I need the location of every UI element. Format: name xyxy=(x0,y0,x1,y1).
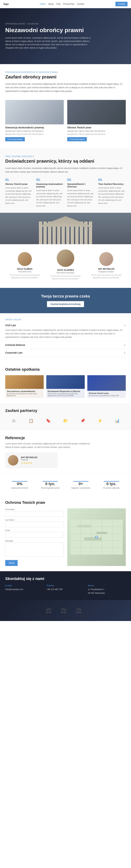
trusted-title: Zaufani obrońcy prawni xyxy=(5,74,126,80)
meeting-text-0: At vero eos et accusamus et iusto odio d… xyxy=(7,393,42,397)
stat-label-2: Nagrody i wyróżnienia xyxy=(68,487,93,489)
nav-about[interactable]: About xyxy=(48,3,54,5)
shield-cta-button[interactable]: Uzyskaj bezpłatną konsultację xyxy=(47,301,84,307)
partner-3 xyxy=(60,416,71,425)
lawyer-text-1: Lorem ipsum dolor in amet, consectetur a… xyxy=(36,189,64,208)
submit-button[interactable]: Wyślij xyxy=(5,560,18,566)
meeting-overlay-2: Ochrona Twoich praw At vero eos et accus… xyxy=(87,391,126,398)
team-bio-celia: At vero eos et accusamus et iusto odio d… xyxy=(7,274,42,279)
team-card-jack: JACK ALVAREZ Kierownik sprzedaży At vero… xyxy=(46,249,85,283)
stats-section: 0% Zadowolenie klientó 0 tys. Rozstrzygn… xyxy=(0,473,131,495)
lawyer-item-1: 02. Gwarancja doskonałości prawnej Lorem… xyxy=(36,178,64,208)
footer-phone: Telefon +48 123 456 789 xyxy=(46,585,85,595)
first-name-label: First Name xyxy=(5,508,64,510)
lawyer-item-2: 03. Sprawiedliwość i Ochrona Lorem ipsum… xyxy=(67,178,95,208)
footer-phone-label: Telefon xyxy=(46,585,85,587)
card-1-btn[interactable]: Przeczytaj więcej xyxy=(5,137,25,141)
meeting-card-1: Rozwiązanie Eksperckie w Zakresie At ver… xyxy=(46,375,85,398)
meeting-caption-0: Twoi partnerzy sprawiedliwości xyxy=(7,390,42,392)
contact-form-section: Ochrona Twoich praw First Name Last Name… xyxy=(0,495,131,571)
footer-email-label: E-mail xyxy=(5,585,43,587)
stat-value-1: 0 tys. xyxy=(38,482,63,486)
service-text-0: Lorem ipsum dolor sit amet, consectetur … xyxy=(5,329,126,339)
lawyer-num-3: 04. xyxy=(98,178,126,182)
nav-home[interactable]: Home xyxy=(40,3,45,5)
card-2-link: Sample text. Click to select the Text El… xyxy=(67,133,106,135)
nav-logo: logo xyxy=(3,3,9,5)
nav-faq[interactable]: FAQ xyxy=(56,3,60,5)
stat-label-3: Przychód całkowity xyxy=(99,487,124,489)
nav-contact[interactable]: Contact xyxy=(77,3,84,5)
building-image xyxy=(0,213,131,244)
service-name-1: Criminal Defense xyxy=(5,344,25,346)
last-name-input[interactable] xyxy=(5,522,64,527)
card-2: Obrona Twoich praw Sample text. Click to… xyxy=(67,100,126,141)
meeting-overlay-1: Rozwiązanie Eksperckie w Zakresie At ver… xyxy=(46,389,85,398)
card-2-caption: Sample text. Click to select the Text El… xyxy=(67,130,126,132)
nav-pricing[interactable]: Pricing Plan xyxy=(63,3,74,5)
ref-name: NAT REYNOLDS xyxy=(21,456,37,459)
nav-cta-button[interactable]: Kontakt xyxy=(116,2,128,6)
stat-item-2: 0+ Nagrody i wyróżnienia xyxy=(66,478,95,491)
lawyer-item-3: 04. Twoi Zaufani Rzecznicy Lorem ipsum d… xyxy=(98,178,126,208)
lawyer-text-3: Lorem ipsum dolor in amet, consectetur a… xyxy=(98,186,126,205)
service-chevron-0: ∧ xyxy=(124,324,126,327)
stat-item-0: 0% Zadowolenie klientó xyxy=(5,478,34,491)
team-card-nat: NAT REYNOLDS Księgowy-audytor At vero eo… xyxy=(87,249,126,283)
lawyer-title-3: Twoi Zaufani Rzecznicy xyxy=(98,183,126,185)
svg-point-13 xyxy=(96,536,97,538)
team-section: CELIA ALMEDA Kierownik biura At vero eos… xyxy=(0,244,131,288)
service-item-1[interactable]: Criminal Defense ∨ xyxy=(5,343,126,347)
card-2-title: Obrona Twoich praw xyxy=(67,126,126,129)
partners-title: Zaufani partnerzy xyxy=(5,408,126,413)
meeting-caption-1: Rozwiązanie Eksperckie w Zakresie xyxy=(48,390,83,392)
last-name-label: Last Name xyxy=(5,519,64,521)
email-input[interactable] xyxy=(5,532,64,538)
stat-value-0: 0% xyxy=(7,482,32,486)
card-1-link: Sample text. Click to select the Text El… xyxy=(5,133,44,135)
lawyer-item-0: 01. Obrona Twoich praw Lorem ipsum dolor… xyxy=(5,178,33,208)
partners-section: Zaufani partnerzy xyxy=(0,403,131,430)
first-name-input[interactable] xyxy=(5,511,64,517)
lawyer-title-1: Gwarancja doskonałości prawnej xyxy=(36,183,64,188)
partners-grid xyxy=(5,416,126,425)
references-title: Referencje xyxy=(5,436,126,440)
service-name-2: Corporate Law xyxy=(5,351,22,354)
bottom-image: ⚖ ⚖ ⚖ xyxy=(0,600,131,621)
service-name-0: Civil Law xyxy=(5,324,16,327)
shield-title: Twoja tarcza prawna czeka xyxy=(5,294,126,299)
stat-item-3: 0 tys. Przychód całkowity xyxy=(97,478,126,491)
partner-6 xyxy=(112,416,123,425)
lawyer-title-0: Obrona Twoich praw xyxy=(5,183,33,185)
svg-rect-9 xyxy=(77,525,91,528)
service-item-2[interactable]: Corporate Law ∨ xyxy=(5,351,126,354)
meeting-text-2: At vero eos et accusamus et iusto odio xyxy=(89,395,124,397)
trusted-text: Lorem ipsum dolor sit amet, consectetur … xyxy=(5,82,126,93)
contact-form-title: Ochrona Twoich praw xyxy=(5,500,126,505)
footer-address-label: Adres xyxy=(88,585,126,587)
partner-5 xyxy=(95,416,105,425)
hero-text: Lorem ipsum dolor sit amet, consectetur … xyxy=(5,36,93,50)
ref-role: Prawnik xyxy=(21,459,37,461)
card-2-btn[interactable]: Przeczytaj więcej xyxy=(67,137,87,141)
partner-2 xyxy=(43,416,54,425)
lawyers-section: TWOI ZAUFANI RZECZNICY Doświadczeni praw… xyxy=(0,148,131,213)
card-1-caption: Sample text. Click to select the Text El… xyxy=(5,130,64,132)
hero-eyebrow: SPRAWIEDLIWOŚĆ I OCHRONA xyxy=(5,23,126,25)
email-label: Email xyxy=(5,529,64,531)
stat-value-3: 0 tys. xyxy=(99,482,124,486)
service-item-0[interactable]: Civil Law ∧ xyxy=(5,324,126,327)
team-bio-nat: At vero eos et accusamus et iusto odio d… xyxy=(89,274,124,279)
message-input[interactable] xyxy=(5,542,64,557)
map-container xyxy=(67,508,126,566)
partner-0 xyxy=(8,416,19,425)
lawyer-num-2: 03. xyxy=(67,178,95,182)
services-eyebrow: NASZE USŁUGI xyxy=(5,318,126,320)
cards-section: Gwarancja doskonałości prawnej Sample te… xyxy=(0,93,131,148)
lawyers-title: Doświadczeni prawnicy, którzy są oddani xyxy=(5,158,126,164)
lawyer-text-0: Lorem ipsum dolor in amet, consectetur a… xyxy=(5,186,33,205)
team-name-nat: NAT REYNOLDS xyxy=(89,268,124,270)
trusted-eyebrow: ROZWIĄZANIA EKSPERCKIE W ZAKRESIE PRAWA xyxy=(5,71,126,73)
service-chevron-1: ∨ xyxy=(124,343,126,347)
partner-1 xyxy=(26,416,36,425)
